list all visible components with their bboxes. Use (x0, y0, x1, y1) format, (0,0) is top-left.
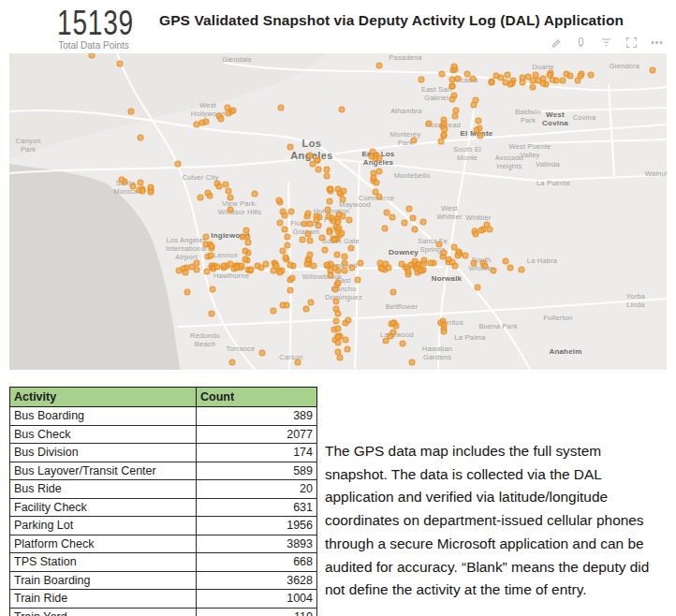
gps-point (349, 265, 356, 271)
gps-point (271, 308, 277, 315)
gps-point (546, 72, 552, 79)
gps-point (222, 182, 228, 188)
gps-point (283, 254, 289, 260)
gps-point (339, 107, 345, 113)
gps-point (287, 286, 294, 293)
gps-point (382, 337, 389, 344)
gps-point (340, 196, 346, 202)
map-visual[interactable]: GlendalePasadenaDuarteGlendoraArcadiaEas… (9, 53, 667, 370)
gps-point (285, 234, 291, 241)
count-cell: 1004 (197, 590, 317, 609)
gps-point (313, 217, 319, 224)
gps-point (333, 299, 340, 305)
gps-point (474, 127, 480, 134)
count-cell: 20 (197, 480, 317, 499)
gps-point (481, 263, 488, 270)
gps-point (242, 248, 249, 255)
gps-point (307, 300, 314, 306)
gps-point (530, 83, 536, 90)
gps-point (588, 72, 595, 79)
more-options-icon[interactable] (651, 37, 663, 49)
gps-point (188, 264, 195, 271)
gps-point (440, 322, 447, 329)
gps-point (346, 217, 353, 224)
gps-point (199, 119, 206, 125)
gps-point (411, 227, 418, 233)
table-row: Train Boarding3628 (10, 571, 317, 590)
gps-point (452, 112, 459, 119)
gps-point (208, 242, 214, 249)
gps-point (324, 207, 331, 213)
count-cell: 589 (197, 462, 317, 480)
table-row: Train Ride1004 (10, 590, 317, 609)
pencil-icon[interactable] (550, 37, 562, 49)
count-cell: 174 (197, 444, 317, 462)
gps-point (540, 80, 547, 86)
gps-point (234, 264, 241, 271)
gps-point (218, 116, 225, 123)
gps-point (519, 79, 525, 85)
gps-point (208, 310, 214, 316)
activity-cell: Bus Boarding (10, 407, 197, 426)
table-row: Bus Ride20 (10, 480, 317, 499)
gps-point (381, 225, 388, 231)
gps-point (404, 268, 411, 274)
gps-point (446, 256, 452, 262)
gps-point (374, 179, 380, 185)
activity-cell: Platform Check (10, 535, 197, 553)
gps-point (213, 264, 220, 271)
table-row: Platform Check3893 (10, 535, 317, 553)
gps-point (342, 337, 348, 344)
gps-point (335, 340, 342, 346)
gps-point (529, 77, 536, 83)
gps-point (140, 187, 146, 194)
gps-point (342, 268, 348, 274)
filter-icon[interactable] (600, 37, 612, 49)
activity-cell: Train Boarding (10, 571, 197, 590)
count-cell: 3893 (197, 535, 317, 553)
gps-point (439, 71, 446, 78)
gps-point (559, 77, 566, 83)
gps-point (489, 80, 495, 86)
gps-point (184, 289, 191, 296)
visual-header-toolbar (550, 37, 663, 49)
gps-point (224, 104, 230, 110)
gps-point (278, 105, 285, 111)
gps-point (455, 75, 462, 81)
table-header-row: Activity Count (10, 388, 317, 407)
gps-point (376, 155, 383, 162)
gps-point (305, 230, 312, 237)
gps-point (284, 242, 290, 249)
gps-point (335, 333, 342, 340)
table-row: Facility Check631 (10, 498, 317, 517)
gps-point (334, 325, 341, 331)
gps-point (463, 252, 469, 258)
gps-point (504, 71, 510, 78)
gps-point (507, 265, 513, 271)
focus-mode-icon[interactable] (625, 37, 638, 49)
gps-point (376, 260, 383, 267)
gps-point (198, 194, 204, 200)
gps-point (209, 286, 215, 293)
gps-point (331, 286, 338, 293)
gps-point (331, 265, 338, 271)
gps-point (310, 161, 316, 168)
activity-cell: TPS Station (10, 553, 197, 572)
gps-point (442, 126, 448, 133)
activity-cell: Train Yard (10, 608, 197, 616)
gps-point (243, 227, 250, 233)
gps-point (483, 222, 490, 228)
gps-point (220, 263, 227, 270)
gps-point (193, 121, 199, 127)
gps-point (279, 247, 286, 254)
gps-point (454, 253, 461, 259)
gps-point (475, 285, 481, 291)
pin-icon[interactable] (575, 37, 587, 49)
table-row: Bus Layover/Transit Center589 (10, 462, 317, 480)
gps-point (470, 76, 477, 82)
gps-point (441, 249, 448, 256)
gps-point (334, 251, 341, 257)
column-header-count: Count (197, 388, 317, 407)
gps-point (288, 209, 295, 215)
gps-point (502, 80, 508, 86)
